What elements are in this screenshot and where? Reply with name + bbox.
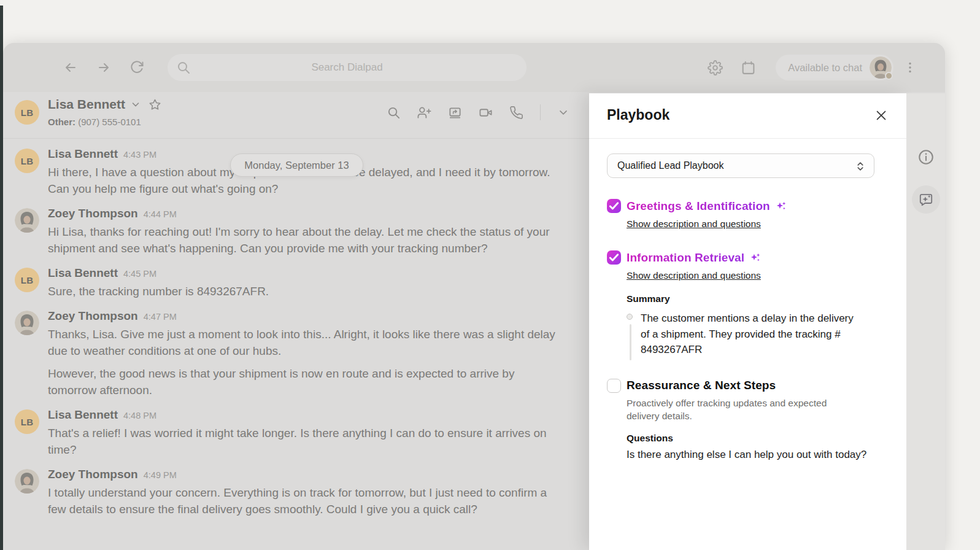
message: LBLisa Bennett4:45 PMSure, the tracking …	[15, 266, 571, 300]
message-text: Thanks, Lisa. Give me just a moment to l…	[48, 326, 557, 359]
top-toolbar: Search Dialpad Available to chat	[3, 43, 945, 92]
message-timestamp: 4:47 PM	[144, 312, 177, 322]
summary-label: Summary	[627, 293, 892, 304]
playbook-panel: Playbook Qualified Lead Playbook Greetin…	[589, 93, 906, 550]
playbook-item-title: Reassurance & Next Steps	[627, 379, 776, 392]
message-avatar	[15, 469, 39, 494]
video-call-icon[interactable]	[479, 106, 493, 120]
status-dot	[885, 72, 893, 80]
message-avatar: LB	[15, 149, 39, 173]
screen-share-icon[interactable]	[448, 106, 462, 120]
contact-avatar: LB	[15, 100, 39, 125]
favorite-star-icon[interactable]	[149, 98, 161, 111]
chevron-down-icon[interactable]	[130, 99, 141, 110]
contact-avatar-initials: LB	[15, 409, 39, 434]
summary-entry: The customer mentions a delay in the del…	[627, 311, 892, 358]
message-sender: Lisa Bennett	[48, 266, 118, 280]
refresh-icon[interactable]	[129, 60, 144, 75]
playbook-checkbox[interactable]	[607, 250, 621, 265]
message-sender: Zoey Thompson	[48, 207, 138, 220]
conversation-header: LB Lisa Bennett Other: (907) 555-0101	[3, 92, 589, 139]
playbook-item-title: Greetings & Identification	[627, 199, 770, 213]
message-timestamp: 4:44 PM	[144, 209, 177, 219]
contact-name[interactable]: Lisa Bennett	[48, 97, 125, 112]
message-sender: Zoey Thompson	[48, 309, 138, 323]
message-list[interactable]: LBLisa Bennett4:43 PMHi there, I have a …	[3, 139, 589, 550]
message-text: That's a relief! I was worried it might …	[48, 425, 557, 458]
global-search-input[interactable]: Search Dialpad	[168, 54, 527, 81]
show-description-link[interactable]: Show description and questions	[627, 219, 761, 230]
conversation-search-icon[interactable]	[387, 106, 401, 120]
avatar-photo	[15, 208, 39, 233]
message-sender: Zoey Thompson	[48, 468, 138, 481]
contact-avatar-initials: LB	[15, 149, 39, 173]
playbook-item-title: Information Retrieval	[627, 251, 744, 265]
message-body: Lisa Bennett4:48 PMThat's a relief! I wa…	[48, 408, 571, 458]
ai-sparkle-icon	[749, 252, 762, 264]
message: Zoey Thompson4:44 PMHi Lisa, thanks for …	[15, 207, 571, 257]
message-text: Hi Lisa, thanks for reaching out! I'm so…	[48, 223, 557, 257]
show-description-link[interactable]: Show description and questions	[627, 270, 761, 281]
message-header: Lisa Bennett4:48 PM	[48, 408, 571, 424]
message-avatar	[15, 311, 39, 335]
message-header: Zoey Thompson4:44 PM	[48, 207, 571, 223]
user-avatar[interactable]	[870, 56, 892, 79]
playbook-selector[interactable]: Qualified Lead Playbook	[607, 153, 874, 178]
playbook-item-description: Proactively offer tracking updates and e…	[627, 397, 852, 423]
message-avatar: LB	[15, 409, 39, 434]
message-avatar: LB	[15, 268, 39, 292]
settings-gear-icon[interactable]	[708, 60, 723, 76]
playbook-selector-value: Qualified Lead Playbook	[617, 160, 723, 171]
message: Zoey Thompson4:47 PMThanks, Lisa. Give m…	[15, 309, 571, 398]
message-timestamp: 4:48 PM	[123, 411, 156, 420]
message-body: Zoey Thompson4:47 PMThanks, Lisa. Give m…	[48, 309, 571, 398]
playbook-item-details: Show description and questionsSummaryThe…	[627, 265, 892, 358]
overflow-menu-icon[interactable]	[903, 61, 917, 74]
more-actions-chevron-icon[interactable]	[557, 106, 569, 118]
close-icon[interactable]	[874, 109, 888, 122]
playbook-checkbox[interactable]	[607, 199, 621, 213]
summary-text: The customer mentions a delay in the del…	[641, 311, 865, 358]
playbook-item-row: Greetings & Identification	[607, 199, 892, 213]
message-avatar	[15, 208, 39, 233]
message-header: Zoey Thompson4:47 PM	[48, 309, 571, 325]
summary-timeline	[630, 324, 631, 360]
add-person-icon[interactable]	[417, 106, 431, 120]
message-header: Lisa Bennett4:45 PM	[48, 266, 571, 282]
ai-playbook-rail-button[interactable]	[912, 185, 940, 214]
calendar-icon[interactable]	[741, 60, 756, 76]
playbook-item: Greetings & IdentificationShow descripti…	[607, 199, 892, 230]
phone-call-icon[interactable]	[509, 106, 523, 120]
contact-phone: Other: (907) 555-0101	[48, 117, 141, 127]
search-icon	[176, 60, 191, 75]
message-sender: Lisa Bennett	[48, 147, 118, 161]
message-timestamp: 4:49 PM	[144, 470, 177, 480]
message: LBLisa Bennett4:48 PMThat's a relief! I …	[15, 408, 571, 458]
message-timestamp: 4:43 PM	[123, 150, 156, 160]
checkmark-icon	[607, 199, 621, 213]
message-header: Zoey Thompson4:49 PM	[48, 468, 571, 484]
chat-sparkle-icon	[918, 192, 934, 207]
playbook-checkbox[interactable]	[607, 379, 621, 393]
info-icon[interactable]	[917, 149, 935, 166]
message-body: Zoey Thompson4:49 PMI totally understand…	[48, 468, 571, 517]
contact-avatar-photo	[15, 208, 39, 233]
playbook-item: Information RetrievalShow description an…	[607, 250, 892, 358]
message-sender: Lisa Bennett	[48, 408, 118, 422]
divider	[540, 104, 541, 120]
back-icon[interactable]	[63, 60, 78, 75]
summary-bullet-icon	[627, 314, 633, 320]
right-icon-rail	[906, 93, 945, 550]
contact-avatar-initials: LB	[15, 268, 39, 292]
contact-avatar-photo	[15, 311, 39, 335]
playbook-title: Playbook	[607, 107, 669, 123]
availability-status-button[interactable]: Available to chat	[776, 55, 893, 80]
select-updown-icon	[854, 160, 866, 173]
avatar-photo	[15, 311, 39, 335]
message-body: Zoey Thompson4:44 PMHi Lisa, thanks for …	[48, 207, 571, 257]
forward-icon[interactable]	[96, 60, 111, 75]
message-text: Sure, the tracking number is 8493267AFR.	[48, 283, 557, 300]
search-placeholder: Search Dialpad	[311, 61, 382, 74]
message-timestamp: 4:45 PM	[123, 269, 156, 279]
date-separator-pill: Monday, September 13	[230, 153, 363, 177]
